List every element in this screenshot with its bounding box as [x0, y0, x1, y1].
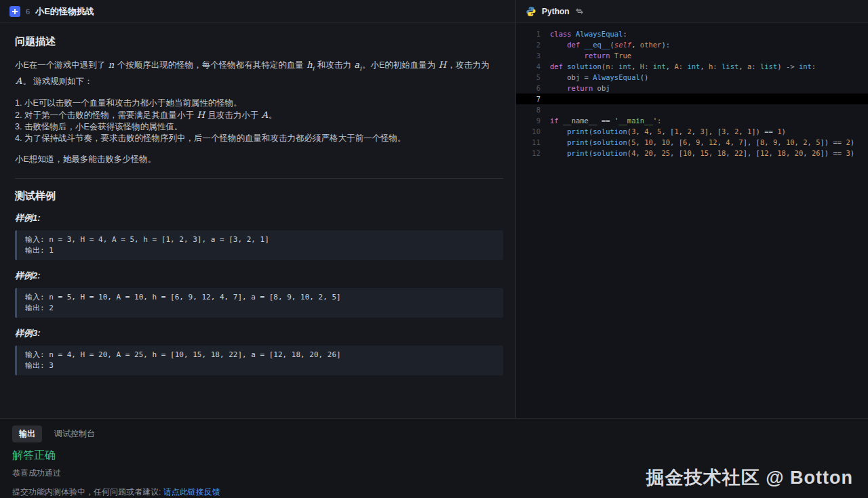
problem-app-icon — [9, 6, 20, 17]
problem-rule: 4. 为了保持战斗节奏，要求击败的怪物序列中，后一个怪物的血量和攻击力都必须严格… — [15, 133, 503, 144]
line-number: 8 — [516, 104, 540, 115]
line-number: 5 — [516, 72, 540, 83]
sample-1-output: 输出: 1 — [25, 245, 495, 256]
result-status: 解答正确 — [12, 449, 856, 463]
problem-rule: 1. 小E可以击败一个血量和攻击力都小于她当前属性的怪物。 — [15, 98, 503, 109]
sample-3-block: 输入: n = 4, H = 20, A = 25, h = [10, 15, … — [15, 346, 503, 375]
tab-debug-console[interactable]: 调试控制台 — [54, 428, 95, 440]
code-line[interactable]: 12 print(solution(4, 20, 25, [10, 15, 18… — [516, 148, 868, 159]
problem-title: 小E的怪物挑战 — [35, 5, 94, 18]
problem-intro: 小E在一个游戏中遇到了 n 个按顺序出现的怪物，每个怪物都有其特定的血量 hi … — [15, 58, 503, 89]
feedback-text: 提交功能内测体验中，任何问题或者建议: — [12, 487, 163, 497]
line-number: 3 — [516, 50, 540, 61]
code-line[interactable]: 2 def __eq__(self, other): — [516, 39, 868, 50]
output-panel: 输出 调试控制台 解答正确 恭喜成功通过 提交功能内测体验中，任何问题或者建议:… — [0, 418, 868, 498]
problem-rules: 1. 小E可以击败一个血量和攻击力都小于她当前属性的怪物。2. 对于第一个击败的… — [15, 98, 503, 144]
app: 6 小E的怪物挑战 问题描述 小E在一个游戏中遇到了 n 个按顺序出现的怪物，每… — [0, 0, 868, 498]
problem-content: 问题描述 小E在一个游戏中遇到了 n 个按顺序出现的怪物，每个怪物都有其特定的血… — [0, 23, 515, 418]
problem-rule: 3. 击败怪物后，小E会获得该怪物的属性值。 — [15, 121, 503, 133]
switch-language-icon[interactable] — [575, 7, 584, 16]
problem-rule: 2. 对于第一个击败的怪物，需要满足其血量小于 H 且攻击力小于 A。 — [15, 109, 503, 121]
python-icon — [526, 6, 536, 17]
feedback-link[interactable]: 请点此链接反馈 — [163, 487, 220, 497]
editor-panel: Python 1class AlwaysEqual:2 def __eq__(s… — [516, 0, 868, 418]
line-number: 1 — [516, 28, 540, 39]
main-area: 6 小E的怪物挑战 问题描述 小E在一个游戏中遇到了 n 个按顺序出现的怪物，每… — [0, 0, 868, 418]
sample-1-block: 输入: n = 3, H = 4, A = 5, h = [1, 2, 3], … — [15, 230, 503, 260]
tab-output[interactable]: 输出 — [12, 426, 42, 442]
sample-2-block: 输入: n = 5, H = 10, A = 10, h = [6, 9, 12… — [15, 288, 503, 318]
sample-2-output: 输出: 2 — [25, 303, 495, 314]
line-number: 2 — [516, 39, 540, 50]
sample-1-input: 输入: n = 3, H = 4, A = 5, h = [1, 2, 3], … — [25, 234, 495, 245]
sample-3: 样例3: 输入: n = 4, H = 20, A = 25, h = [10,… — [15, 327, 503, 375]
line-number: 4 — [516, 61, 540, 72]
language-label: Python — [542, 7, 570, 16]
code-line[interactable]: 9if __name__ == '__main__': — [516, 115, 868, 126]
sample-3-input: 输入: n = 4, H = 20, A = 25, h = [10, 15, … — [25, 350, 495, 360]
sample-2: 样例2: 输入: n = 5, H = 10, A = 10, h = [6, … — [15, 270, 503, 318]
section-test-samples: 测试样例 — [15, 190, 503, 203]
line-number: 10 — [516, 126, 540, 137]
code-line[interactable]: 1class AlwaysEqual: — [516, 28, 868, 39]
problem-question: 小E想知道，她最多能击败多少怪物。 — [15, 152, 503, 166]
sample-3-label: 样例3: — [15, 327, 503, 339]
sample-1: 样例1: 输入: n = 3, H = 4, A = 5, h = [1, 2,… — [15, 212, 503, 260]
code-line[interactable]: 4def solution(n: int, H: int, A: int, h:… — [516, 61, 868, 72]
problem-panel: 6 小E的怪物挑战 问题描述 小E在一个游戏中遇到了 n 个按顺序出现的怪物，每… — [0, 0, 516, 418]
line-number: 11 — [516, 137, 540, 148]
code-editor[interactable]: 1class AlwaysEqual:2 def __eq__(self, ot… — [516, 23, 868, 418]
sample-2-input: 输入: n = 5, H = 10, A = 10, h = [6, 9, 12… — [25, 292, 495, 303]
code-lines: 1class AlwaysEqual:2 def __eq__(self, ot… — [516, 28, 868, 159]
line-number: 6 — [516, 83, 540, 94]
problem-topbar: 6 小E的怪物挑战 — [0, 0, 515, 23]
line-number: 7 — [516, 94, 540, 104]
sample-1-label: 样例1: — [15, 212, 503, 224]
code-line[interactable]: 10 print(solution(3, 4, 5, [1, 2, 3], [3… — [516, 126, 868, 137]
code-line[interactable]: 3 return True — [516, 50, 868, 61]
problem-index: 6 — [26, 7, 30, 16]
watermark: 掘金技术社区 @ Botton — [646, 465, 853, 490]
line-number: 12 — [516, 148, 540, 159]
code-line[interactable]: 8 — [516, 104, 868, 115]
code-line[interactable]: 11 print(solution(5, 10, 10, [6, 9, 12, … — [516, 137, 868, 148]
editor-topbar: Python — [516, 0, 868, 23]
section-divider — [15, 178, 503, 179]
code-line[interactable]: 5 obj = AlwaysEqual() — [516, 72, 868, 83]
code-line[interactable]: 6 return obj — [516, 83, 868, 94]
output-tabs: 输出 调试控制台 — [12, 426, 856, 442]
sample-3-output: 输出: 3 — [25, 360, 495, 371]
code-line[interactable]: 7 — [516, 94, 868, 104]
section-problem-description: 问题描述 — [15, 35, 503, 48]
sample-2-label: 样例2: — [15, 270, 503, 282]
line-number: 9 — [516, 115, 540, 126]
